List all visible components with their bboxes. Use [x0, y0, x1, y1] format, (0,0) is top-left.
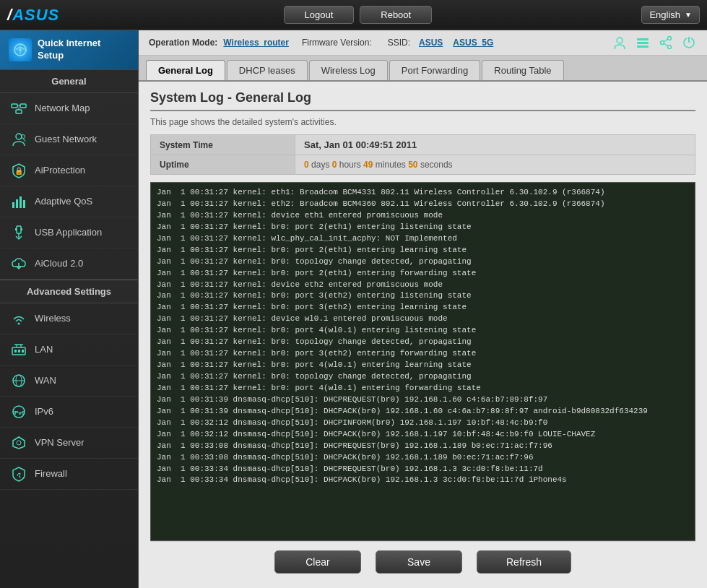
- sidebar-item-guest-network[interactable]: Guest Network: [0, 124, 138, 155]
- page-title: System Log - General Log: [150, 90, 695, 111]
- svg-rect-17: [21, 228, 22, 230]
- tab-routing-table[interactable]: Routing Table: [482, 60, 563, 80]
- vpn-icon: [10, 434, 27, 451]
- svg-point-1: [19, 48, 22, 51]
- uptime-minutes: 49: [363, 160, 373, 170]
- wireless-icon: [10, 310, 27, 327]
- svg-line-40: [664, 39, 668, 42]
- svg-point-39: [668, 46, 672, 49]
- tab-port-forwarding[interactable]: Port Forwarding: [389, 60, 480, 80]
- svg-text:IPv6: IPv6: [13, 410, 25, 416]
- sidebar-item-quick-setup[interactable]: Quick Internet Setup: [0, 30, 138, 70]
- sidebar-item-lan[interactable]: LAN: [0, 334, 138, 366]
- ssid-label: SSID:: [388, 38, 410, 48]
- sidebar: Quick Internet Setup General Network Map: [0, 30, 139, 588]
- svg-rect-2: [12, 104, 17, 108]
- quick-setup-icon: [9, 38, 32, 61]
- sidebar-item-firewall[interactable]: Firewall: [0, 459, 138, 490]
- qos-icon: [10, 193, 27, 210]
- svg-line-41: [664, 43, 668, 46]
- sidebar-item-adaptive-qos[interactable]: Adaptive QoS: [0, 186, 138, 217]
- power-icon[interactable]: [681, 35, 697, 51]
- uptime-value: 0 days 0 hours 49 minutes 50 seconds: [295, 155, 695, 175]
- tab-dhcp-leases[interactable]: DHCP leases: [227, 60, 308, 80]
- tab-wireless-log[interactable]: Wireless Log: [309, 60, 388, 80]
- uptime-seconds-label: seconds: [420, 160, 453, 170]
- user-icon[interactable]: [612, 35, 628, 51]
- logout-button[interactable]: Logout: [284, 6, 355, 24]
- ssid-value2: ASUS_5G: [453, 38, 493, 48]
- logo-slash: /: [7, 6, 12, 24]
- sidebar-item-aicloud[interactable]: AiCloud 2.0: [0, 248, 138, 280]
- top-info-bar: Operation Mode: Wireless_router Firmware…: [139, 30, 707, 56]
- wan-icon: [10, 372, 27, 389]
- uptime-hours-label: hours: [339, 160, 363, 170]
- page-content: System Log - General Log This page shows…: [139, 82, 707, 588]
- uptime-minutes-label: minutes: [376, 160, 408, 170]
- sidebar-item-vpn-server[interactable]: VPN Server: [0, 428, 138, 459]
- system-time-label: System Time: [151, 135, 295, 155]
- svg-point-33: [617, 38, 623, 43]
- svg-rect-25: [18, 350, 20, 353]
- settings-icon[interactable]: [635, 35, 651, 51]
- svg-rect-12: [19, 196, 22, 208]
- sidebar-item-label: USB Application: [35, 227, 102, 238]
- sidebar-item-label: AiProtection: [35, 165, 85, 176]
- tab-general-log[interactable]: General Log: [146, 60, 225, 80]
- sidebar-item-label: IPv6: [35, 406, 53, 417]
- log-scroll-area[interactable]: Jan 1 00:31:27 kernel: eth1: Broadcom BC…: [151, 183, 695, 540]
- uptime-seconds: 50: [408, 160, 417, 170]
- cloud-icon: [10, 255, 27, 272]
- svg-rect-16: [15, 228, 17, 230]
- sidebar-item-label: VPN Server: [35, 437, 84, 448]
- header: /ASUS Logout Reboot English ▼: [0, 0, 707, 30]
- svg-rect-26: [22, 350, 24, 353]
- svg-text:🔒: 🔒: [14, 166, 24, 176]
- page-description: This page shows the detailed system's ac…: [150, 117, 695, 127]
- lan-icon: [10, 341, 27, 358]
- svg-point-32: [17, 441, 21, 445]
- uptime-days-label: days: [311, 160, 332, 170]
- sidebar-item-usb-application[interactable]: USB Application: [0, 217, 138, 248]
- sidebar-item-label: LAN: [35, 344, 53, 355]
- asus-logo: /ASUS: [7, 6, 59, 25]
- save-button[interactable]: Save: [376, 550, 462, 574]
- operation-mode-label: Operation Mode:: [149, 38, 217, 48]
- buttons-bar: Clear Save Refresh: [150, 541, 695, 579]
- header-buttons: Logout Reboot: [74, 6, 641, 24]
- svg-rect-4: [16, 110, 22, 113]
- svg-rect-10: [12, 202, 14, 208]
- sidebar-item-wan[interactable]: WAN: [0, 366, 138, 397]
- svg-rect-14: [17, 226, 21, 233]
- svg-rect-35: [637, 42, 649, 44]
- sidebar-item-label: AiCloud 2.0: [35, 258, 83, 269]
- ipv6-icon: IPv6: [10, 403, 27, 420]
- sidebar-item-aiprotection[interactable]: 🔒 AiProtection: [0, 155, 138, 186]
- refresh-button[interactable]: Refresh: [477, 550, 571, 574]
- language-selector[interactable]: English ▼: [641, 6, 700, 24]
- svg-rect-36: [637, 46, 649, 48]
- tab-bar: General Log DHCP leases Wireless Log Por…: [139, 56, 707, 82]
- main-content: Operation Mode: Wireless_router Firmware…: [139, 30, 707, 588]
- reboot-button[interactable]: Reboot: [360, 6, 432, 24]
- share-icon[interactable]: [658, 35, 674, 51]
- uptime-days: 0: [304, 160, 309, 170]
- svg-rect-13: [23, 200, 25, 208]
- sidebar-item-label: Wireless: [35, 313, 71, 324]
- sidebar-item-wireless[interactable]: Wireless: [0, 303, 138, 334]
- svg-point-37: [668, 37, 672, 40]
- svg-rect-34: [637, 38, 649, 40]
- sidebar-item-ipv6[interactable]: IPv6 IPv6: [0, 397, 138, 428]
- firewall-icon: [10, 465, 27, 483]
- svg-rect-3: [20, 104, 26, 108]
- svg-rect-11: [16, 199, 18, 208]
- svg-point-38: [661, 41, 664, 45]
- operation-mode-value: Wireless_router: [223, 38, 289, 48]
- ssid-value1: ASUS: [419, 38, 443, 48]
- firmware-label: Firmware Version:: [302, 38, 372, 48]
- quick-setup-label: Quick Internet Setup: [38, 38, 129, 62]
- sidebar-item-network-map[interactable]: Network Map: [0, 93, 138, 124]
- clear-button[interactable]: Clear: [274, 550, 361, 574]
- system-time-row: System Time Sat, Jan 01 00:49:51 2011: [151, 135, 695, 155]
- uptime-row: Uptime 0 days 0 hours 49 minutes 50 seco…: [151, 155, 695, 175]
